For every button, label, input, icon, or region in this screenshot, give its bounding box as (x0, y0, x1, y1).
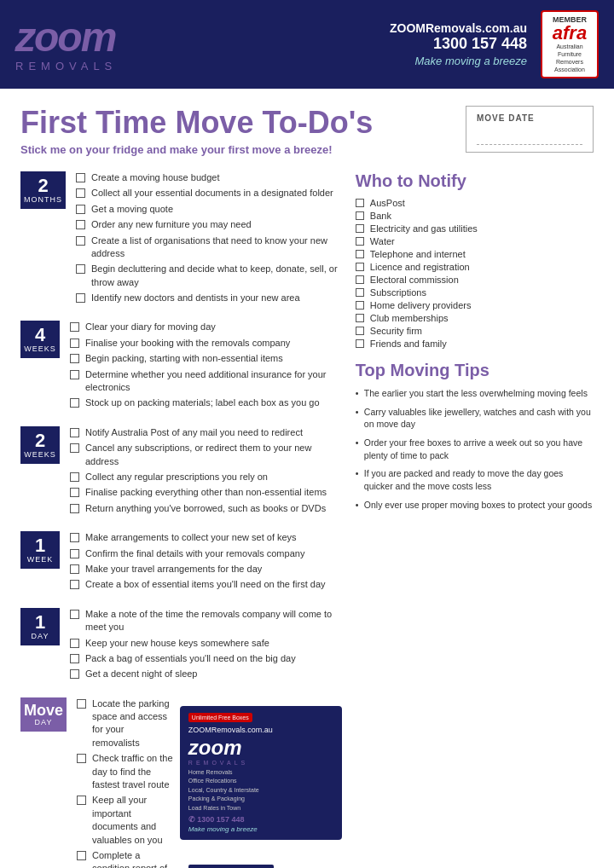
checkbox[interactable] (356, 275, 364, 284)
list-item: Club memberships (356, 313, 594, 323)
two-months-items: Create a moving house budgetCollect all … (76, 171, 342, 308)
list-item: Clear your diary for moving day (70, 321, 342, 333)
checkbox[interactable] (70, 488, 79, 497)
who-notify-title: Who to Notify (356, 171, 594, 191)
checkbox[interactable] (356, 237, 364, 246)
checklist-right: Who to Notify AusPostBankElectricity and… (356, 171, 594, 868)
checkbox[interactable] (356, 199, 364, 207)
list-item: Check traffic on the day to find the fas… (77, 752, 173, 791)
checkbox[interactable] (70, 354, 79, 363)
checkbox[interactable] (70, 472, 79, 482)
checkbox[interactable] (70, 443, 79, 453)
list-item: Create a moving house budget (76, 171, 342, 184)
list-item: Home delivery providers (356, 300, 594, 310)
move-date-label: MOVE DATE (477, 113, 582, 123)
checkbox[interactable] (70, 322, 79, 332)
moving-tips-title: Top Moving Tips (356, 361, 594, 380)
checkbox[interactable] (356, 301, 364, 310)
checkbox[interactable] (77, 699, 86, 709)
list-item: Electricity and gas utilities (356, 223, 594, 234)
checkbox[interactable] (76, 293, 85, 303)
checkbox[interactable] (76, 236, 85, 246)
item-text: Get a decent night of sleep (85, 668, 197, 680)
checkbox[interactable] (70, 398, 79, 408)
list-item: Bank (356, 211, 594, 221)
item-text: Check traffic on the day to find the fas… (92, 752, 173, 791)
page-header: zoom REMOVALS ZOOMRemovals.com.au 1300 1… (0, 0, 614, 89)
checkbox[interactable] (77, 754, 86, 763)
item-text: Security firm (370, 326, 422, 336)
item-text: Telephone and internet (370, 249, 466, 259)
list-item: Water (356, 236, 594, 246)
checkbox[interactable] (77, 851, 86, 860)
list-item: Collect all your essential documents in … (76, 187, 342, 200)
item-text: Pack a bag of essentials you'll need on … (85, 652, 296, 665)
checkbox[interactable] (70, 610, 79, 619)
ad-tagline: Make moving a breeze (188, 825, 258, 833)
list-item: Only ever use proper moving boxes to pro… (356, 499, 594, 512)
list-item: Friends and family (356, 339, 594, 349)
checkbox[interactable] (70, 564, 79, 574)
one-day-unit: DAY (24, 632, 56, 640)
checkbox[interactable] (356, 314, 364, 322)
checkbox[interactable] (70, 533, 79, 542)
one-day-number: 1 (24, 613, 56, 632)
two-months-number: 2 (24, 176, 62, 195)
move-date-box: MOVE DATE (466, 106, 594, 153)
list-item: Carry valuables like jewellery, watches … (356, 406, 594, 431)
four-weeks-number: 4 (24, 326, 56, 344)
move-day-ad: Unlimited Free Boxes ZOOMRemovals.com.au… (180, 697, 342, 868)
checkbox[interactable] (70, 428, 79, 437)
item-text: Get a moving quote (91, 203, 173, 216)
four-weeks-unit: WEEKS (24, 344, 56, 353)
truck-illustration: zoom REMOVALS (180, 843, 350, 868)
checkbox[interactable] (356, 327, 364, 335)
checkbox[interactable] (70, 639, 79, 648)
one-day-block: 1 DAY Make a note of the time the remova… (20, 608, 342, 684)
four-weeks-block: 4 WEEKS Clear your diary for moving dayF… (20, 321, 342, 412)
two-months-block: 2 MONTHS Create a moving house budgetCol… (20, 171, 342, 308)
checkbox[interactable] (76, 264, 85, 274)
list-item: Pack a bag of essentials you'll need on … (70, 652, 342, 665)
two-weeks-unit: WEEKS (24, 450, 56, 459)
afra-description: Australian Furniture Removers Associatio… (547, 43, 592, 73)
checkbox[interactable] (70, 654, 79, 663)
item-text: Locate the parking space and access for … (92, 697, 173, 750)
checkbox[interactable] (70, 549, 79, 558)
checkbox[interactable] (70, 669, 79, 679)
tips-items: The earlier you start the less overwhelm… (356, 387, 594, 512)
checkbox[interactable] (70, 370, 79, 379)
move-day-row: Locate the parking space and access for … (77, 697, 342, 868)
item-text: Club memberships (370, 313, 449, 323)
checkbox[interactable] (70, 504, 79, 513)
item-text: Complete a condition report of your new … (92, 849, 173, 868)
zoom-logo: zoom (15, 17, 117, 58)
checkbox[interactable] (76, 205, 85, 214)
checkbox[interactable] (356, 263, 364, 271)
checkbox[interactable] (70, 339, 79, 348)
checkbox[interactable] (356, 250, 364, 258)
ad-unlimited: Unlimited Free Boxes (188, 713, 252, 722)
checkbox[interactable] (76, 173, 85, 182)
ad-removals: REMOVALS (188, 760, 248, 766)
checkbox[interactable] (76, 220, 85, 229)
one-day-badge: 1 DAY (20, 608, 60, 645)
checkbox[interactable] (356, 224, 364, 233)
one-week-block: 1 WEEK Make arrangements to collect your… (20, 531, 342, 594)
item-text: Begin packing, starting with non-essenti… (85, 352, 283, 365)
checkbox[interactable] (76, 188, 85, 198)
checkbox[interactable] (70, 580, 79, 589)
checkbox[interactable] (356, 211, 364, 220)
checkbox[interactable] (77, 796, 86, 805)
checkbox[interactable] (356, 288, 364, 297)
list-item: Make your travel arrangements for the da… (70, 563, 342, 576)
item-text: Stock up on packing materials; label eac… (85, 396, 320, 409)
two-weeks-badge: 2 WEEKS (20, 426, 60, 464)
list-item: Electoral commission (356, 275, 594, 285)
move-day-items: Locate the parking space and access for … (77, 697, 173, 868)
list-item: Subscriptions (356, 287, 594, 298)
list-item: Make a note of the time the removals com… (70, 608, 342, 634)
checkbox[interactable] (356, 339, 364, 348)
item-text: Create a moving house budget (91, 171, 219, 184)
page-title: First Time Move To-Do's (20, 106, 449, 140)
